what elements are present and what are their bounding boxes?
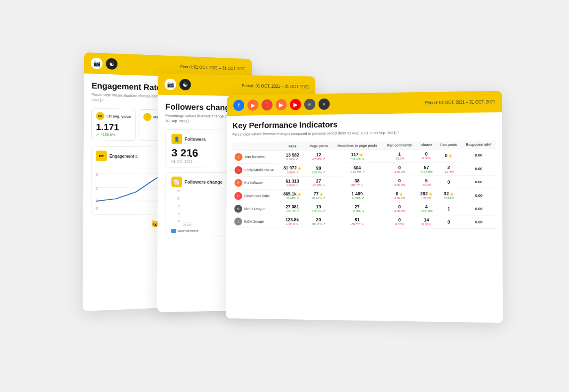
kpi-body: Key Performance Indicators Percentage va…	[226, 112, 502, 235]
page-posts-cell: 19 +72.7% ↗	[305, 202, 332, 215]
followers-period: Period: 01 OCT. 2021 – 31 OCT. 2021	[242, 83, 309, 89]
brand-cell: D Developers Suite	[232, 189, 279, 202]
reactions-cell: 117 +48.1% ↘	[332, 149, 382, 162]
table-row: I INEA Groupe 123.8k -0.04% ↘ 20 +81.8% …	[232, 215, 497, 228]
followers-header: 📷 ☯ Period: 01 OCT. 2021 – 31 OCT. 2021	[158, 74, 316, 97]
response-cell: 0.00	[461, 175, 497, 188]
kpi-period: Period: 01 OCT. 2021 – 31 OCT. 2021	[425, 99, 495, 105]
legend-label: New followers	[178, 229, 199, 232]
col-response: Response rate²	[461, 140, 496, 149]
col-shares: Shares	[417, 141, 437, 149]
comments-cell: 0 -100.2%	[383, 202, 417, 215]
followers-yin-icon: ☯	[179, 79, 191, 90]
reactions-cell: 604 +143.5% ↗	[332, 162, 382, 176]
reactions-cell: 27 +35.0% ↘	[332, 202, 383, 215]
page-posts-cell: 20 +81.8% ↗	[305, 215, 332, 228]
col-brand	[232, 142, 280, 150]
engagement-mini-badge: ER	[96, 150, 107, 161]
reactions-cell: 38 -50.0% ↘	[332, 176, 383, 189]
er-avg-label: ER avg. value	[106, 114, 131, 119]
col-reactions: Reactions to page posts	[332, 141, 382, 149]
fans-cell: 123.8k -0.04% ↘	[279, 215, 306, 228]
followers-change-badge: 📈	[172, 176, 182, 187]
legend-color	[171, 229, 176, 233]
brand-cell: S Social Media House	[232, 163, 279, 177]
media-icon: m	[304, 98, 315, 110]
youtube-icon: ▶	[290, 99, 301, 110]
page-posts-cell: 77 +8.40% ↗	[305, 189, 332, 202]
header-icons: 📷 ☯	[91, 57, 117, 69]
brand-cell: E EU Software	[232, 176, 279, 189]
response-cell: 0.00	[461, 162, 497, 175]
fan-posts-cell: 2 -16.4%	[437, 162, 461, 175]
brand-cell: Y Your business	[232, 150, 279, 164]
table-row: Y Your business 13 582 0.62% ↗ 12 -25.0%…	[232, 148, 496, 163]
fans-cell: 61 313 -0.09% ↘	[279, 176, 306, 189]
facebook-icon: f	[233, 100, 244, 111]
er-change: ↗ +159.6%	[96, 132, 131, 137]
shares-cell: 262 -35.9%	[417, 188, 437, 202]
kpi-header: f ▶ 📍 ▶ ▶ m n Period: 01 OCT. 2021 – 31 …	[227, 91, 502, 116]
bar-chart	[183, 190, 194, 223]
scene: 📷 ☯ Period: 01 OCT. 2021 – 31 OCT. 2021 …	[61, 30, 508, 363]
table-row: D Developers Suite 865.1k +0.04% ↗ 77 +8…	[232, 188, 497, 202]
fans-cell: 865.1k +0.04% ↗	[279, 189, 306, 202]
period-text: Period: 01 OCT. 2021 – 31 OCT. 2021	[180, 64, 246, 71]
brand-cell: I INEA Groupe	[232, 215, 279, 228]
fan-posts-cell: 0	[437, 215, 461, 229]
shares-cell: 4 +309.0%	[417, 202, 437, 215]
col-fans: Fans	[280, 142, 306, 150]
svg-text:3: 3	[96, 173, 98, 177]
response-cell: 0.00	[461, 202, 497, 215]
reactions-cell: 1 489 +4.20% ↗	[332, 189, 383, 202]
comments-cell: 0 -100.2%	[383, 175, 417, 188]
shares-cell: 5 -72.2%	[417, 175, 437, 188]
shares-cell: 14 0.00%	[417, 215, 437, 228]
response-cell: 0.00	[461, 148, 497, 162]
svg-text:2: 2	[96, 186, 98, 191]
er-value: 1.171	[96, 121, 131, 133]
col-fan-posts: Fan posts	[437, 140, 461, 149]
kpi-title: Key Performance Indicators	[232, 118, 496, 130]
y-axis: 151050-5	[171, 190, 181, 223]
triangle-icon: ▶	[276, 99, 287, 110]
page-posts-cell: 27 -27.0% ↘	[306, 176, 332, 189]
fan-posts-cell: 0	[437, 175, 461, 189]
comments-cell: 0 -100.2%	[383, 189, 417, 202]
response-cell: 0.00	[461, 188, 497, 202]
yinyang-icon: ☯	[106, 58, 117, 69]
comments-cell: 0 -100.2%	[383, 162, 417, 176]
er-badge: ER	[96, 112, 104, 120]
kpi-table: Fans Page posts Reactions to page posts …	[232, 140, 497, 229]
kpi-header-icons: f ▶ 📍 ▶ ▶ m n	[233, 98, 330, 111]
svg-text:0: 0	[96, 206, 98, 210]
kpi-card: f ▶ 📍 ▶ ▶ m n Period: 01 OCT. 2021 – 31 …	[226, 91, 503, 323]
comments-cell: 0 0.02%	[383, 215, 417, 228]
location-icon: 📍	[261, 99, 272, 110]
followers-header-icons: 📷 ☯	[165, 78, 191, 90]
followers-change-label: Followers change	[185, 179, 223, 184]
table-row: M Media League 27 081 +0.01% ↗ 19 +72.7%…	[232, 202, 497, 215]
fan-posts-cell: 32 +23.1%	[437, 188, 461, 202]
response-cell: 0.00	[461, 215, 497, 229]
col-comments: Fan comments	[383, 141, 417, 149]
instagram-icon: 📷	[91, 57, 102, 69]
brand-cell: M Media League	[232, 202, 279, 215]
col-page-posts: Page posts	[306, 141, 332, 150]
kpi-table-body: Y Your business 13 582 0.62% ↗ 12 -25.0%…	[232, 148, 497, 228]
table-row: E EU Software 61 313 -0.09% ↘ 27 -27.0% …	[232, 175, 496, 189]
engagement-chart-label: Engagement r.	[109, 154, 138, 158]
fans-cell: 13 582 0.62% ↗	[279, 150, 305, 163]
play-icon: ▶	[248, 100, 258, 111]
table-row: S Social Media House 81 972 -0.09% ↗ 98 …	[232, 162, 496, 176]
fan-posts-cell: 1	[437, 202, 461, 215]
page-posts-cell: 12 -25.0% ↗	[306, 149, 332, 163]
kpi-subtitle: Percentage values illustrate changes com…	[232, 129, 496, 136]
shares-cell: 0 0.00%	[417, 149, 437, 162]
fans-cell: 81 972 -0.09% ↗	[279, 163, 305, 176]
page-posts-cell: 98 +15.3% ↗	[306, 163, 332, 176]
fan-posts-cell: 0	[437, 149, 461, 162]
fans-cell: 27 081 +0.01% ↗	[279, 202, 306, 215]
comments-cell: 1 -50.2%	[383, 149, 417, 162]
napcap-icon: n	[319, 98, 330, 110]
